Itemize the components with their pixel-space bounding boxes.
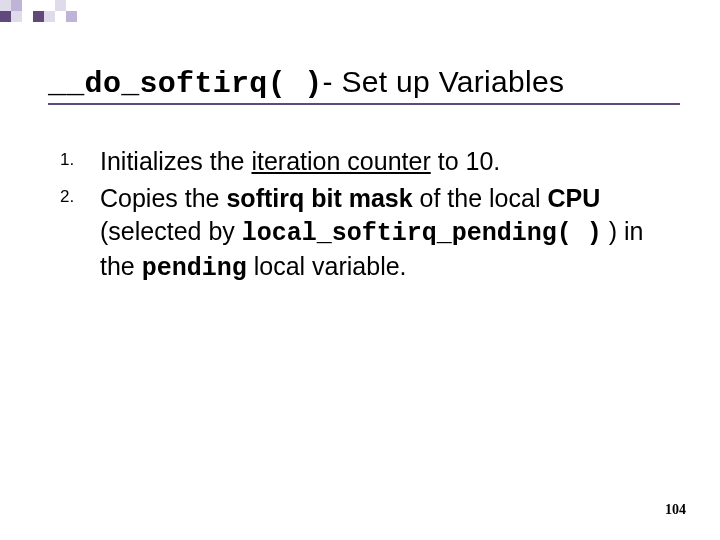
slide-title: __do_softirq( )- Set up Variables <box>48 65 680 101</box>
bold-text: CPU <box>547 184 600 212</box>
list-item: Initializes the iteration counter to 10. <box>60 145 670 178</box>
title-code: __do_softirq( ) <box>48 67 323 101</box>
deco-square <box>0 11 11 22</box>
decoration-row-2 <box>0 11 77 22</box>
deco-square <box>22 11 33 22</box>
mono-text: local_softirq_pending( ) <box>242 219 602 248</box>
deco-square <box>33 0 44 11</box>
deco-square <box>11 11 22 22</box>
bold-text: softirq bit mask <box>226 184 412 212</box>
page-number: 104 <box>665 502 686 518</box>
text: to 10. <box>431 147 501 175</box>
mono-text: pending <box>142 254 247 283</box>
deco-square <box>11 0 22 11</box>
list-item: Copies the softirq bit mask of the local… <box>60 182 670 285</box>
deco-square <box>66 11 77 22</box>
decoration-row-1 <box>0 0 66 11</box>
deco-square <box>44 0 55 11</box>
deco-square <box>44 11 55 22</box>
text: of the local <box>413 184 548 212</box>
title-rest: - Set up Variables <box>323 65 565 98</box>
underlined-text: iteration counter <box>251 147 430 175</box>
text: Copies the <box>100 184 226 212</box>
title-underline: __do_softirq( )- Set up Variables <box>48 65 680 105</box>
text: (selected by <box>100 217 242 245</box>
text: Initializes the <box>100 147 251 175</box>
slide: __do_softirq( )- Set up Variables Initia… <box>0 0 720 540</box>
deco-square <box>22 0 33 11</box>
deco-square <box>55 0 66 11</box>
body-list: Initializes the iteration counter to 10.… <box>60 145 670 289</box>
text: local variable. <box>247 252 407 280</box>
deco-square <box>55 11 66 22</box>
deco-square <box>33 11 44 22</box>
deco-square <box>0 0 11 11</box>
